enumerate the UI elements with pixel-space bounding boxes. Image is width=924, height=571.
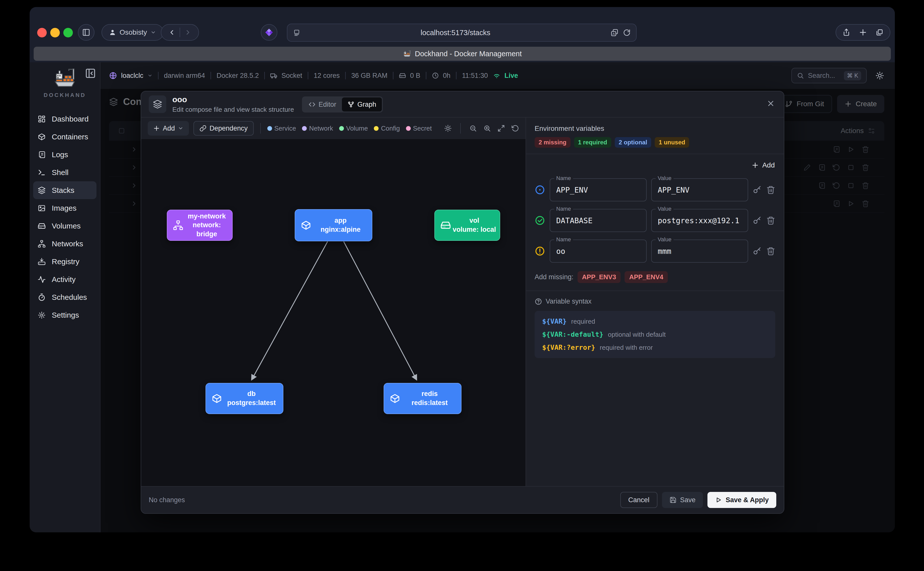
add-variable-button[interactable]: Add	[752, 161, 775, 169]
address-bar[interactable]: localhost:5173/stacks	[287, 24, 637, 42]
close-window-button[interactable]	[37, 28, 47, 37]
delete-variable-icon[interactable]	[766, 247, 775, 256]
secret-key-icon[interactable]	[752, 216, 762, 225]
minimize-window-button[interactable]	[50, 28, 60, 37]
zoom-window-button[interactable]	[63, 28, 73, 37]
node-subtitle: network: bridge	[184, 221, 230, 239]
history-nav	[161, 24, 199, 41]
save-button[interactable]: Save	[662, 492, 703, 508]
sidebar-item-label: Registry	[52, 258, 79, 266]
env-name-field[interactable]: NameDATABASE	[550, 209, 647, 232]
browser-tab[interactable]: Dockhand - Docker Management	[34, 47, 891, 61]
graph-node-redis[interactable]: redisredis:latest	[384, 383, 462, 414]
env-name-field[interactable]: Nameoo	[550, 239, 647, 262]
brightness-icon[interactable]	[444, 125, 452, 132]
profile-button[interactable]: Osobisty	[102, 24, 164, 41]
sidebar-item-label: Settings	[52, 311, 79, 319]
close-modal-button[interactable]	[765, 98, 776, 109]
sidebar-item-label: Images	[52, 204, 76, 213]
tab-editor[interactable]: Editor	[303, 97, 342, 111]
chevron-down-icon	[147, 73, 153, 78]
sidebar-item-networks[interactable]: Networks	[33, 235, 96, 253]
missing-var-chip[interactable]: APP_ENV3	[578, 271, 621, 283]
node-title: app	[312, 216, 369, 225]
layers-icon	[153, 99, 162, 109]
context-selector[interactable]: loaclclc	[109, 71, 153, 80]
url-text[interactable]: localhost:5173/stacks	[300, 29, 610, 37]
delete-variable-icon[interactable]	[766, 185, 775, 194]
translate-icon[interactable]	[610, 29, 618, 37]
reset-layout-icon[interactable]	[511, 125, 519, 132]
cores-label: 12 cores	[314, 72, 340, 80]
env-value-field[interactable]: ValueAPP_ENV	[651, 178, 748, 201]
missing-var-chip[interactable]: APP_ENV4	[624, 271, 668, 283]
service-dot	[267, 126, 272, 131]
sidebar: DOCKHAND Dashboard Containers Logs Shell…	[29, 62, 100, 532]
sidebar-item-volumes[interactable]: Volumes	[33, 217, 96, 235]
graph-node-app[interactable]: appnginx:alpine	[295, 209, 372, 241]
sidebar-item-label: Schedules	[52, 293, 87, 302]
sidebar-item-activity[interactable]: Activity	[33, 270, 96, 288]
graph-canvas[interactable]: my-networknetwork: bridge appnginx:alpin…	[141, 139, 525, 486]
zoom-out-icon[interactable]	[469, 125, 477, 132]
sidebar-item-containers[interactable]: Containers	[33, 128, 96, 146]
secret-key-icon[interactable]	[752, 247, 762, 256]
env-panel-title: Environment variables	[535, 125, 775, 133]
cancel-button[interactable]: Cancel	[620, 492, 657, 508]
share-icon[interactable]	[842, 28, 850, 36]
dependency-button[interactable]: Dependency	[193, 121, 254, 136]
timer-icon	[38, 293, 46, 301]
sidebar-item-logs[interactable]: Logs	[33, 146, 96, 164]
extension-button[interactable]	[261, 24, 277, 41]
tab-overview-icon[interactable]	[876, 28, 884, 36]
sidebar-item-stacks[interactable]: Stacks	[33, 181, 96, 199]
platform-label: darwin arm64	[164, 72, 205, 80]
sidebar-item-schedules[interactable]: Schedules	[33, 288, 96, 306]
sidebar-item-registry[interactable]: Registry	[33, 253, 96, 270]
variable-syntax-section: Variable syntax ${VAR}required ${VAR:-de…	[526, 291, 784, 364]
secret-key-icon[interactable]	[752, 185, 762, 194]
zoom-in-icon[interactable]	[484, 125, 491, 132]
changes-status: No changes	[149, 496, 185, 504]
env-value-field[interactable]: Valuemmm	[651, 239, 748, 262]
modal-header: ooo Edit compose file and view stack str…	[141, 91, 784, 117]
env-value-field[interactable]: Valuepostgres:xxx@192.1	[651, 209, 748, 232]
graph-node-network[interactable]: my-networknetwork: bridge	[167, 210, 233, 241]
sidebar-item-shell[interactable]: Shell	[33, 164, 96, 181]
sidebar-item-images[interactable]: Images	[33, 199, 96, 217]
forward-button[interactable]	[184, 29, 192, 36]
git-fork-icon	[348, 101, 354, 108]
sidebar-item-dashboard[interactable]: Dashboard	[33, 110, 96, 128]
sidebar-collapse-button[interactable]	[85, 68, 96, 79]
graph-node-db[interactable]: dbpostgres:latest	[206, 383, 283, 414]
link-icon	[199, 125, 207, 132]
save-apply-button[interactable]: Save & Apply	[708, 492, 776, 508]
env-name-field[interactable]: NameAPP_ENV	[550, 178, 647, 201]
back-button[interactable]	[168, 29, 176, 36]
favicon-ship-icon	[403, 49, 411, 58]
activity-icon	[38, 275, 46, 284]
sidebar-toggle-button[interactable]	[78, 24, 94, 41]
sidebar-item-settings[interactable]: Settings	[33, 306, 96, 324]
dashboard-icon	[38, 115, 46, 123]
fit-view-icon[interactable]	[498, 125, 505, 132]
tab-graph[interactable]: Graph	[342, 97, 382, 111]
new-tab-icon[interactable]	[859, 28, 867, 36]
delete-variable-icon[interactable]	[766, 216, 775, 225]
help-icon	[535, 298, 542, 306]
reader-icon[interactable]	[293, 29, 300, 36]
browser-actions	[836, 24, 890, 41]
valid-status-icon	[535, 215, 545, 226]
syntax-desc: required	[571, 318, 595, 326]
reload-icon[interactable]	[623, 29, 630, 36]
stack-icon-box	[149, 96, 166, 113]
theme-toggle-button[interactable]	[873, 69, 886, 82]
graph-node-vol[interactable]: volvolume: local	[434, 210, 500, 241]
add-node-button[interactable]: Add	[148, 121, 189, 136]
context-name: loaclclc	[121, 72, 144, 80]
gear-icon	[38, 311, 46, 319]
search-input[interactable]: Search... ⌘ K	[791, 68, 867, 83]
browser-chrome: Osobisty localhost:5173/stacks Dockhand …	[29, 7, 895, 62]
status-bar: loaclclc darwin arm64 Docker 28.5.2 Sock…	[100, 62, 895, 89]
sidebar-item-label: Activity	[52, 275, 76, 284]
